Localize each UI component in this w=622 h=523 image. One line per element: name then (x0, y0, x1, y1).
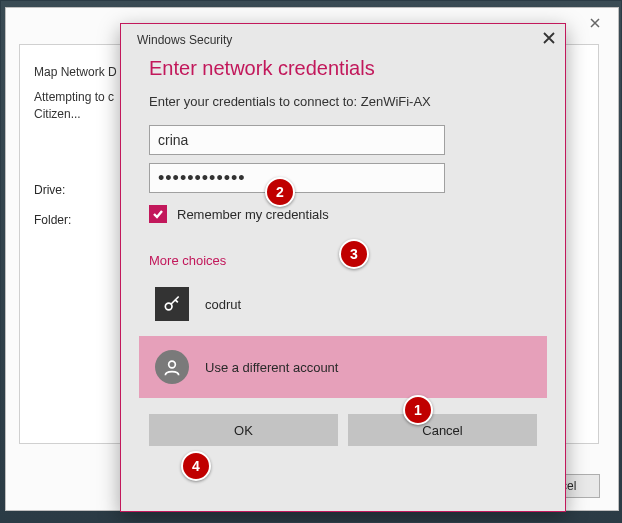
password-input[interactable]: •••••••••••• (149, 163, 445, 193)
close-icon (543, 32, 555, 44)
dialog-instruction: Enter your credentials to connect to: Ze… (149, 94, 537, 109)
ok-label: OK (234, 423, 253, 438)
screenshot-stage: Map Network D Attempting to c Citizen...… (0, 0, 622, 523)
checkmark-icon (152, 208, 164, 220)
remember-checkbox[interactable] (149, 205, 167, 223)
person-icon-svg (162, 357, 182, 377)
annotation-badge-1: 1 (403, 395, 433, 425)
password-value: •••••••••••• (158, 168, 246, 189)
close-button[interactable] (543, 32, 555, 47)
dialog-heading: Enter network credentials (149, 57, 537, 80)
key-icon-svg (162, 294, 182, 314)
cancel-button[interactable]: Cancel (348, 414, 537, 446)
close-button-outer[interactable] (578, 12, 612, 34)
annotation-badge-3: 3 (339, 239, 369, 269)
annotation-badge-4: 4 (181, 451, 211, 481)
remember-label: Remember my credentials (177, 207, 329, 222)
dialog-window-title: Windows Security (137, 33, 232, 47)
annotation-badge-2: 2 (265, 177, 295, 207)
windows-security-dialog: Windows Security Enter network credentia… (120, 23, 566, 512)
cancel-label: Cancel (422, 423, 462, 438)
dialog-header: Windows Security (121, 24, 565, 51)
dialog-button-row: OK Cancel (149, 414, 537, 446)
ok-button[interactable]: OK (149, 414, 338, 446)
person-icon (155, 350, 189, 384)
username-value: crina (158, 132, 188, 148)
use-different-label: Use a different account (205, 360, 338, 375)
svg-point-1 (169, 361, 176, 368)
drive-label: Drive: (34, 183, 90, 197)
use-different-account-row[interactable]: Use a different account (139, 336, 547, 398)
folder-label: Folder: (34, 213, 90, 227)
username-input[interactable]: crina (149, 125, 445, 155)
close-icon (590, 18, 600, 28)
svg-point-0 (165, 303, 172, 310)
remember-credentials-row[interactable]: Remember my credentials (149, 205, 537, 223)
saved-account-name: codrut (205, 297, 241, 312)
key-icon (155, 287, 189, 321)
saved-account-row[interactable]: codrut (149, 282, 537, 326)
